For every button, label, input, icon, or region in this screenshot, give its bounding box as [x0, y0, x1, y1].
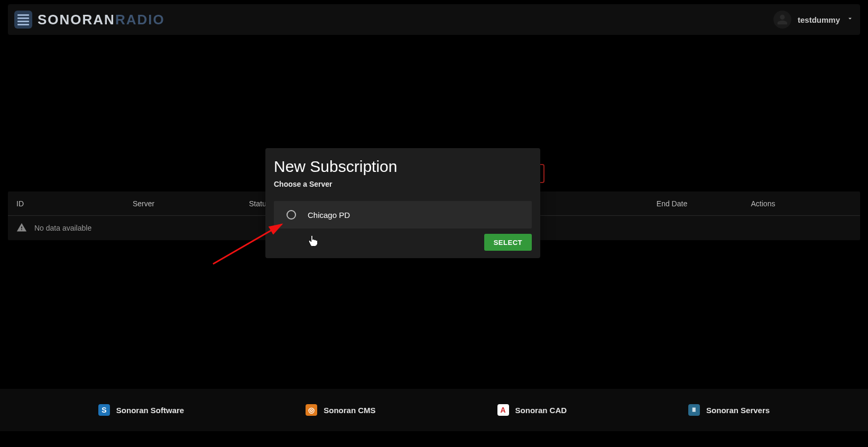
- footer-label: Sonoran CAD: [515, 406, 567, 415]
- footer-label: Sonoran Software: [116, 406, 184, 415]
- top-bar: SONORANRADIO testdummy: [8, 4, 860, 35]
- footer-icon-software: S: [98, 404, 110, 416]
- footer-label: Sonoran CMS: [324, 406, 375, 415]
- footer-icon-cad: A: [497, 404, 509, 416]
- dialog-title: New Subscription: [274, 158, 532, 176]
- avatar-icon: [773, 11, 791, 29]
- radio-icon: [287, 210, 296, 220]
- server-option-chicago-pd[interactable]: Chicago PD: [274, 201, 532, 229]
- col-end-date: End Date: [624, 199, 719, 208]
- footer-link-sonoran-cad[interactable]: A Sonoran CAD: [497, 404, 567, 416]
- brand-primary: SONORAN: [38, 12, 115, 28]
- footer: S Sonoran Software ◎ Sonoran CMS A Sonor…: [0, 389, 868, 431]
- no-data-label: No data available: [34, 224, 91, 232]
- warning-icon: [16, 222, 27, 234]
- footer-icon-servers: ≣: [688, 404, 700, 416]
- footer-label: Sonoran Servers: [706, 406, 770, 415]
- brand-logo-icon: [14, 11, 32, 29]
- dialog-subtitle: Choose a Server: [274, 180, 532, 188]
- brand-secondary: RADIO: [115, 12, 165, 28]
- server-option-label: Chicago PD: [308, 211, 350, 220]
- footer-icon-cms: ◎: [306, 404, 317, 416]
- new-subscription-button-outline[interactable]: [540, 164, 544, 183]
- footer-link-sonoran-cms[interactable]: ◎ Sonoran CMS: [306, 404, 375, 416]
- brand-text: SONORANRADIO: [38, 12, 165, 28]
- select-button[interactable]: SELECT: [484, 234, 532, 251]
- user-menu[interactable]: testdummy: [773, 11, 854, 29]
- dialog-actions: SELECT: [274, 234, 532, 251]
- col-actions: Actions: [719, 199, 807, 208]
- footer-link-sonoran-software[interactable]: S Sonoran Software: [98, 404, 184, 416]
- col-id: ID: [16, 199, 133, 208]
- new-subscription-dialog: New Subscription Choose a Server Chicago…: [265, 148, 540, 258]
- chevron-down-icon: [846, 15, 854, 24]
- brand[interactable]: SONORANRADIO: [14, 11, 165, 29]
- col-server: Server: [133, 199, 249, 208]
- footer-link-sonoran-servers[interactable]: ≣ Sonoran Servers: [688, 404, 770, 416]
- user-name-label: testdummy: [798, 15, 840, 24]
